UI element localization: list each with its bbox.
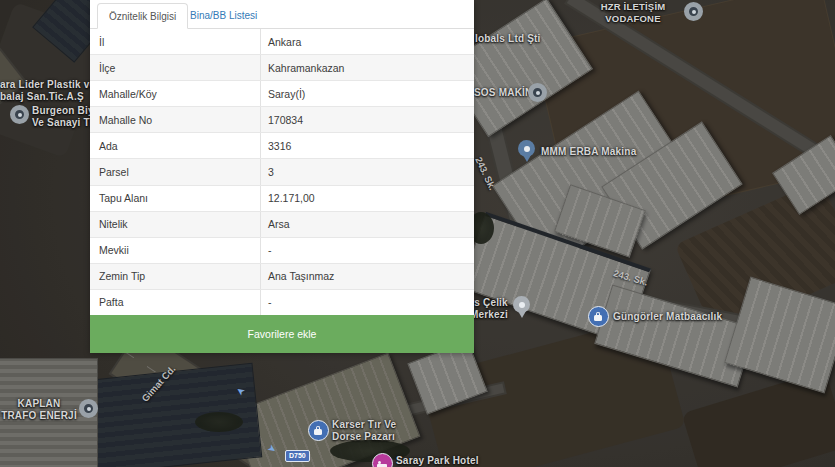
poi-label-lider-plastik[interactable]: ara Lider Plastik vebalaj San.Tic.A.Ş <box>0 79 95 102</box>
poi-label-gungorler[interactable]: Güngörler Matbaacılık <box>613 311 722 323</box>
row-value: Kahramankazan <box>261 55 474 80</box>
poi-marker-icon[interactable] <box>528 83 547 102</box>
row-label: Mahalle/Köy <box>90 81 261 106</box>
table-row: Tapu Alanı12.171,00 <box>90 186 474 212</box>
pin-marker-icon[interactable] <box>518 140 535 157</box>
poi-label-mmm-erba[interactable]: MMM ERBA Makina <box>541 146 636 158</box>
row-value: - <box>261 290 474 315</box>
row-value: 3 <box>261 159 474 184</box>
row-label: Ada <box>90 133 261 158</box>
poi-marker-icon[interactable] <box>10 105 29 124</box>
panel-tabs: Öznitelik Bilgisi Bina/BB Listesi <box>90 0 474 29</box>
table-row: Ada3316 <box>90 133 474 159</box>
row-label: Zemin Tip <box>90 264 261 289</box>
row-value: Ana Taşınmaz <box>261 264 474 289</box>
table-row: Parsel3 <box>90 159 474 185</box>
pin-marker-icon[interactable] <box>513 296 530 313</box>
screen: HZR İLETİŞİMVODAFONE lobals Ltd Şti SOS … <box>0 0 835 467</box>
row-value: 12.171,00 <box>261 186 474 211</box>
table-row: Mahalle/KöySaray(İ) <box>90 81 474 107</box>
table-row: Pafta- <box>90 290 474 315</box>
table-row: İlAnkara <box>90 29 474 55</box>
row-value: Saray(İ) <box>261 81 474 106</box>
poi-label-hzr-iletisim[interactable]: HZR İLETİŞİMVODAFONE <box>584 1 682 24</box>
shop-marker-icon[interactable] <box>308 420 329 441</box>
row-value: Ankara <box>261 29 474 54</box>
row-label: Pafta <box>90 290 261 315</box>
table-row: İlçeKahramankazan <box>90 55 474 81</box>
row-label: Mahalle No <box>90 107 261 132</box>
tab-oznitelik-bilgisi[interactable]: Öznitelik Bilgisi <box>97 3 188 29</box>
poi-marker-icon[interactable] <box>684 2 703 21</box>
row-value: 170834 <box>261 107 474 132</box>
poi-label-globals[interactable]: lobals Ltd Şti <box>475 33 541 45</box>
table-row: Zemin TipAna Taşınmaz <box>90 264 474 290</box>
table-row: Mevkii- <box>90 238 474 264</box>
row-label: Nitelik <box>90 212 261 237</box>
row-value: Arsa <box>261 212 474 237</box>
poi-label-kaplan-trafo[interactable]: KAPLANTRAFO ENERJİ <box>0 398 78 421</box>
row-value: 3316 <box>261 133 474 158</box>
parcel-info-panel: Öznitelik Bilgisi Bina/BB Listesi İlAnka… <box>90 0 474 353</box>
row-label: Tapu Alanı <box>90 186 261 211</box>
table-row: Mahalle No170834 <box>90 107 474 133</box>
row-label: İl <box>90 29 261 54</box>
favorilere-ekle-button[interactable]: Favorilere ekle <box>90 315 474 353</box>
tab-bina-bb-listesi[interactable]: Bina/BB Listesi <box>180 3 267 29</box>
shop-marker-icon[interactable] <box>588 306 609 327</box>
road-shield-d750: D750 <box>285 450 310 462</box>
poi-marker-icon[interactable] <box>79 399 98 418</box>
attribute-table: İlAnkara İlçeKahramankazan Mahalle/KöySa… <box>90 29 474 315</box>
table-row: NitelikArsa <box>90 212 474 238</box>
poi-label-karser[interactable]: Karser Tır VeDorse Pazarı <box>332 419 396 442</box>
poi-label-saray-park-hotel[interactable]: Saray Park Hotel <box>396 455 479 467</box>
row-label: Parsel <box>90 159 261 184</box>
row-label: İlçe <box>90 55 261 80</box>
hotel-marker-icon[interactable] <box>372 453 393 467</box>
row-label: Mevkii <box>90 238 261 263</box>
poi-label-burgeon[interactable]: Burgeon BiyVe Sanayi Ti <box>32 105 94 128</box>
row-value: - <box>261 238 474 263</box>
